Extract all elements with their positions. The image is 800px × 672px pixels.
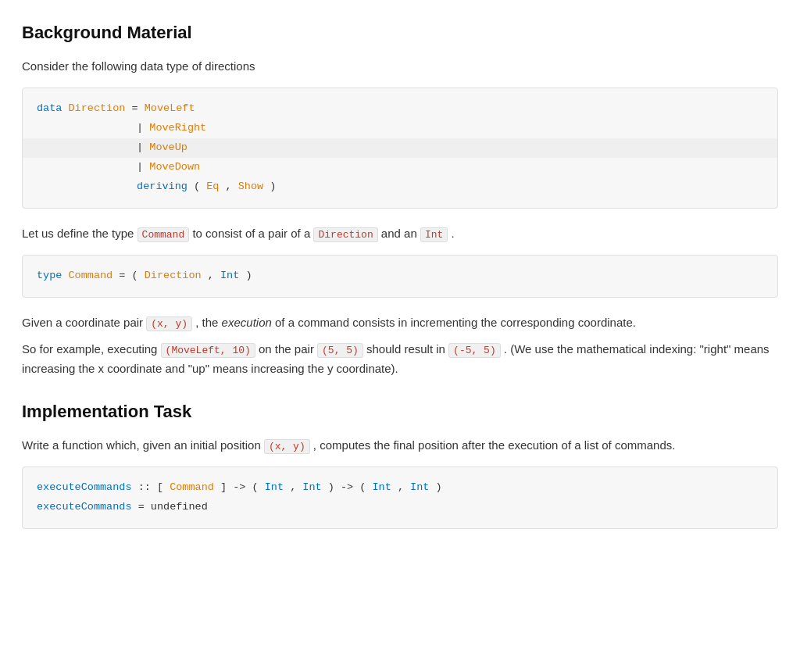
code-line-2: | MoveRight	[37, 119, 763, 138]
kw-execute-commands-sig: executeCommands	[37, 481, 132, 493]
inline-xy-1: (x, y)	[146, 316, 192, 331]
kw-int-type: Int	[220, 270, 239, 281]
kw-moveup: MoveUp	[149, 141, 188, 153]
kw-command-type: Command	[69, 270, 113, 281]
implementation-section: Implementation Task Write a function whi…	[22, 398, 778, 529]
inline-neg55: (-5, 5)	[448, 343, 501, 358]
implementation-heading: Implementation Task	[22, 398, 778, 425]
code-line-4: | MoveDown	[37, 158, 763, 177]
execute-sig-line: executeCommands :: [ Command ] -> ( Int …	[37, 478, 763, 498]
code-line-1: data Direction = MoveLeft	[37, 99, 763, 119]
execute-commands-code-block: executeCommands :: [ Command ] -> ( Int …	[22, 466, 778, 529]
background-section: Background Material Consider the followi…	[22, 19, 778, 379]
code-line-3: | MoveUp	[23, 138, 777, 158]
kw-type: type	[37, 270, 62, 281]
kw-movedown: MoveDown	[149, 161, 200, 173]
kw-direction: Direction	[69, 102, 126, 114]
kw-deriving: deriving	[137, 181, 188, 192]
command-prose: Let us define the type Command to consis…	[22, 224, 778, 244]
inline-int-1: Int	[420, 227, 448, 242]
example-prose: So for example, executing (MoveLeft, 10)…	[22, 340, 778, 379]
inline-xy-2: (x, y)	[264, 439, 310, 454]
execute-def-line: executeCommands = undefined	[37, 498, 763, 517]
command-code-block: type Command = ( Direction , Int )	[22, 255, 778, 298]
inline-direction-1: Direction	[313, 227, 377, 242]
execution-prose: Given a coordinate pair (x, y) , the exe…	[22, 313, 778, 333]
implementation-prose: Write a function which, given an initial…	[22, 436, 778, 456]
kw-moveright: MoveRight	[149, 122, 206, 134]
inline-command-1: Command	[138, 227, 190, 242]
execution-em: execution	[222, 316, 272, 329]
direction-code-block: data Direction = MoveLeft | MoveRight | …	[22, 88, 778, 209]
background-prose-before: Consider the following data type of dire…	[22, 57, 778, 77]
kw-execute-commands-def: executeCommands	[37, 501, 132, 513]
kw-data: data	[37, 102, 62, 114]
kw-eq: Eq	[206, 181, 219, 192]
code-line-5: deriving ( Eq , Show )	[37, 177, 763, 197]
inline-moveleft-10: (MoveLeft, 10)	[161, 343, 255, 358]
kw-int-ref-4: Int	[410, 481, 429, 493]
background-heading: Background Material	[22, 19, 778, 46]
kw-command-ref: Command	[170, 481, 214, 493]
kw-int-ref-2: Int	[302, 481, 321, 493]
kw-int-ref-1: Int	[265, 481, 284, 493]
kw-show: Show	[238, 181, 263, 192]
type-command-line: type Command = ( Direction , Int )	[37, 266, 763, 286]
kw-int-ref-3: Int	[372, 481, 391, 493]
inline-55: (5, 5)	[317, 343, 363, 358]
kw-moveleft: MoveLeft	[145, 102, 195, 114]
kw-direction-type: Direction	[145, 270, 202, 281]
